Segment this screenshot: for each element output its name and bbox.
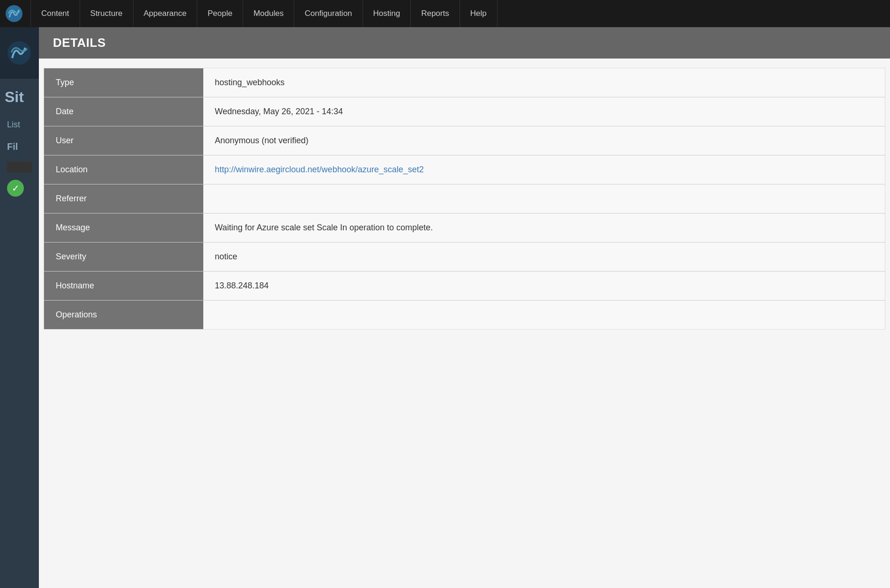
row-value-location: http://winwire.aegircloud.net/webhook/az… — [203, 155, 885, 184]
details-panel: DETAILS Type hosting_webhooks Date Wedne… — [39, 27, 890, 588]
row-label-user: User — [44, 126, 203, 155]
table-row: Date Wednesday, May 26, 2021 - 14:34 — [44, 97, 885, 126]
table-row: Location http://winwire.aegircloud.net/w… — [44, 155, 885, 184]
row-label-date: Date — [44, 97, 203, 126]
row-value-referrer — [203, 184, 885, 213]
nav-item-structure[interactable]: Structure — [80, 0, 134, 27]
row-value-user: Anonymous (not verified) — [203, 126, 885, 155]
sidebar-filter-label: Fil — [0, 134, 39, 159]
top-navigation: Content Structure Appearance People Modu… — [0, 0, 890, 27]
row-value-type: hosting_webhooks — [203, 68, 885, 97]
row-value-operations — [203, 301, 885, 330]
details-table: Type hosting_webhooks Date Wednesday, Ma… — [44, 68, 885, 330]
main-wrapper: Sit List Fil ✓ DETAILS Type hosting_web — [0, 27, 890, 588]
sidebar-list-label: List — [0, 115, 39, 134]
row-value-date: Wednesday, May 26, 2021 - 14:34 — [203, 97, 885, 126]
row-label-severity: Severity — [44, 243, 203, 272]
row-label-location: Location — [44, 155, 203, 184]
nav-item-content[interactable]: Content — [30, 0, 80, 27]
nav-item-appearance[interactable]: Appearance — [134, 0, 198, 27]
left-sidebar: Sit List Fil ✓ — [0, 27, 39, 588]
sidebar-logo-area — [0, 27, 39, 79]
table-row: Hostname 13.88.248.184 — [44, 272, 885, 301]
location-link[interactable]: http://winwire.aegircloud.net/webhook/az… — [215, 165, 424, 174]
row-label-referrer: Referrer — [44, 184, 203, 213]
sidebar-filter-button[interactable] — [7, 162, 32, 173]
nav-item-help[interactable]: Help — [460, 0, 497, 27]
nav-item-reports[interactable]: Reports — [411, 0, 460, 27]
nav-item-modules[interactable]: Modules — [243, 0, 294, 27]
table-row: User Anonymous (not verified) — [44, 126, 885, 155]
table-row: Operations — [44, 301, 885, 330]
details-header: DETAILS — [39, 27, 890, 59]
table-row: Referrer — [44, 184, 885, 213]
table-row: Message Waiting for Azure scale set Scal… — [44, 213, 885, 243]
row-label-hostname: Hostname — [44, 272, 203, 301]
details-title: DETAILS — [53, 36, 876, 50]
table-row: Severity notice — [44, 243, 885, 272]
site-logo — [5, 4, 23, 23]
row-value-hostname: 13.88.248.184 — [203, 272, 885, 301]
sidebar-site-name: Sit — [0, 79, 39, 115]
sidebar-check-icon: ✓ — [7, 180, 24, 197]
nav-menu: Content Structure Appearance People Modu… — [30, 0, 497, 27]
nav-item-hosting[interactable]: Hosting — [363, 0, 411, 27]
content-area: DETAILS Type hosting_webhooks Date Wedne… — [39, 27, 890, 588]
row-label-operations: Operations — [44, 301, 203, 330]
row-value-message: Waiting for Azure scale set Scale In ope… — [203, 213, 885, 243]
row-value-severity: notice — [203, 243, 885, 272]
table-row: Type hosting_webhooks — [44, 68, 885, 97]
nav-item-people[interactable]: People — [197, 0, 243, 27]
row-label-message: Message — [44, 213, 203, 243]
row-label-type: Type — [44, 68, 203, 97]
nav-item-configuration[interactable]: Configuration — [294, 0, 363, 27]
